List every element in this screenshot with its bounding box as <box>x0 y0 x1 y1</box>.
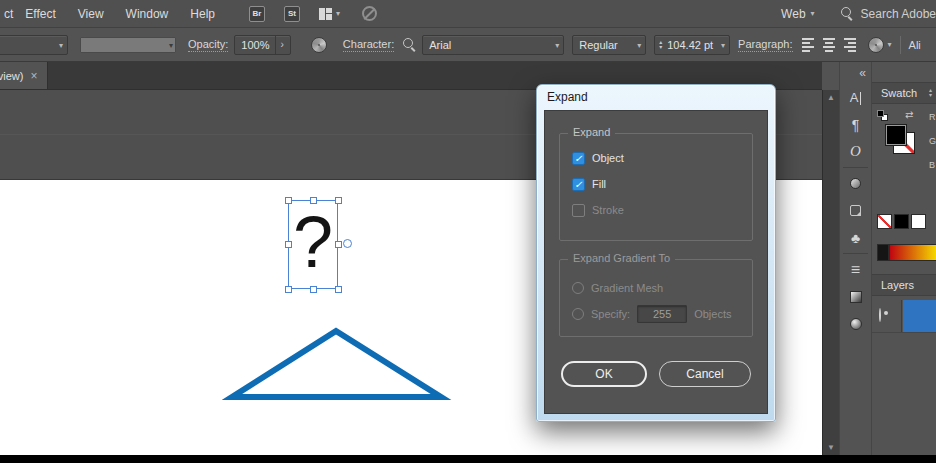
check-icon: ✓ <box>574 153 582 164</box>
panel-collapse-icon[interactable]: ▴▾ <box>929 88 932 98</box>
paragraph-panel-button[interactable]: ¶ <box>840 111 871 138</box>
ok-button[interactable]: OK <box>561 361 647 387</box>
specify-radio[interactable] <box>572 308 584 320</box>
none-swatch[interactable] <box>877 214 892 229</box>
bridge-badge[interactable]: Br <box>249 6 265 22</box>
font-style-value: Regular <box>579 39 618 51</box>
stepper-down-icon[interactable]: ▾ <box>659 45 662 50</box>
search-adobe-field[interactable]: Search Adobe <box>841 7 936 21</box>
triangle-shape[interactable] <box>232 331 441 397</box>
font-style-combo[interactable]: Regular ▾ <box>572 35 646 55</box>
fill-checkbox-label[interactable]: Fill <box>592 178 606 190</box>
vertical-scrollbar[interactable]: ▲ ▼ <box>822 90 839 455</box>
gradient-mesh-label[interactable]: Gradient Mesh <box>591 282 663 294</box>
document-tab-label: review) <box>0 70 23 82</box>
scroll-down-icon[interactable]: ▼ <box>827 443 835 452</box>
stock-badge[interactable]: St <box>284 6 300 22</box>
paragraph-align-group <box>800 37 858 53</box>
gradient-panel-icon <box>850 291 862 303</box>
variable-width-combo[interactable]: ▾ <box>0 35 68 55</box>
opacity-label[interactable]: Opacity: <box>188 38 228 52</box>
chevron-down-icon: ▾ <box>169 40 173 49</box>
rotate-handle[interactable] <box>343 239 352 248</box>
selection-handle-top-left[interactable] <box>285 197 292 204</box>
red-slider-label: R <box>929 112 936 122</box>
paragraph-label[interactable]: Paragraph: <box>738 38 792 52</box>
font-search-icon[interactable] <box>403 38 416 51</box>
arrange-documents-icon <box>319 8 332 20</box>
fill-checkbox[interactable]: ✓ <box>572 178 585 191</box>
font-size-stepper[interactable]: ▴ ▾ 104.42 pt ▾ <box>654 35 730 55</box>
menu-item-view[interactable]: View <box>78 7 104 21</box>
white-swatch[interactable] <box>911 214 926 229</box>
opacity-combo[interactable]: 100% › <box>234 35 290 55</box>
gradient-ramp[interactable] <box>889 244 936 261</box>
selection-handle-middle-left[interactable] <box>285 241 292 248</box>
menu-item-effect[interactable]: Effect <box>25 7 55 21</box>
selection-handle-bottom-left[interactable] <box>285 286 292 293</box>
swatches-panel-tab[interactable]: Swatch ▴▾ <box>872 82 936 104</box>
gradient-stop-swatch[interactable] <box>877 244 889 261</box>
collapse-panels-button[interactable]: « <box>840 62 871 84</box>
cancel-button[interactable]: Cancel <box>659 361 751 387</box>
color-wheel-icon[interactable] <box>311 37 327 53</box>
close-tab-icon[interactable]: × <box>30 69 37 83</box>
control-bar: ▾ ▾ Opacity: 100% › Character: Arial ▾ R… <box>0 28 936 62</box>
gradient-mesh-radio[interactable] <box>572 282 584 294</box>
selection-handle-bottom-right[interactable] <box>335 286 342 293</box>
stroke-checkbox-label[interactable]: Stroke <box>592 204 624 216</box>
fill-color-proxy[interactable] <box>885 124 907 146</box>
paragraph-panel-icon: ¶ <box>852 117 860 133</box>
stroke-panel-button[interactable]: ≡ <box>840 256 871 283</box>
align-center-button[interactable] <box>820 37 838 53</box>
selected-layer-row[interactable] <box>903 300 936 332</box>
recolor-artwork-button[interactable]: ▾ <box>868 37 892 53</box>
selection-handle-middle-right[interactable] <box>335 241 342 248</box>
opentype-panel-button[interactable]: O <box>840 138 871 165</box>
dock-divider <box>843 253 868 254</box>
scroll-up-icon[interactable]: ▲ <box>827 93 835 102</box>
graphic-styles-panel-button[interactable] <box>840 197 871 224</box>
arrange-documents-button[interactable]: ▾ <box>319 8 340 20</box>
selection-handle-bottom-middle[interactable] <box>310 286 317 293</box>
layer-visibility-toggle[interactable] <box>879 309 881 321</box>
character-panel-button[interactable]: A <box>840 84 871 111</box>
default-colors-icon[interactable] <box>877 110 888 121</box>
selection-handle-top-middle[interactable] <box>310 197 317 204</box>
font-family-combo[interactable]: Arial ▾ <box>422 35 564 55</box>
selection-handle-top-right[interactable] <box>335 197 342 204</box>
workspace-switcher[interactable]: Web ▾ <box>781 7 814 21</box>
character-label[interactable]: Character: <box>343 38 394 52</box>
expand-dialog: Expand Expand ✓ Object ✓ Fill <box>536 84 776 422</box>
appearance-panel-button[interactable] <box>840 170 871 197</box>
workspace-label: Web <box>781 7 805 21</box>
object-checkbox[interactable]: ✓ <box>572 152 585 165</box>
align-right-button[interactable] <box>840 37 858 53</box>
menu-item-window[interactable]: Window <box>126 7 169 21</box>
right-panel-column: Swatch ▴▾ ⇄ R G B Layers <box>871 62 936 455</box>
menu-item-help[interactable]: Help <box>190 7 215 21</box>
character-panel-icon: A <box>850 90 862 105</box>
stepper-arrows-icon[interactable]: ▴ ▾ <box>659 40 662 50</box>
align-trailing-label[interactable]: Ali <box>909 39 921 51</box>
swap-colors-icon[interactable]: ⇄ <box>905 109 913 120</box>
layers-panel-tab[interactable]: Layers <box>872 274 936 296</box>
transparency-panel-button[interactable] <box>840 310 871 337</box>
expand-group-label: Expand <box>568 126 615 138</box>
gradient-panel-button[interactable] <box>840 283 871 310</box>
dialog-title: Expand <box>547 90 588 104</box>
object-checkbox-label[interactable]: Object <box>592 152 624 164</box>
illustrator-window: ct Effect View Window Help Br St ▾ Web ▾… <box>0 0 936 463</box>
chevron-right-icon: › <box>281 39 284 50</box>
stroke-checkbox[interactable] <box>572 204 585 217</box>
document-tab[interactable]: review) × <box>0 62 48 89</box>
specify-objects-input[interactable]: 255 <box>637 305 687 323</box>
check-icon: ✓ <box>574 179 582 190</box>
font-family-value: Arial <box>429 39 451 51</box>
align-left-button[interactable] <box>800 37 818 53</box>
specify-label[interactable]: Specify: <box>591 308 630 320</box>
black-swatch[interactable] <box>894 214 909 229</box>
symbols-panel-button[interactable]: ♣ <box>840 224 871 251</box>
menu-item-truncated[interactable]: ct <box>4 7 13 21</box>
font-size-value: 104.42 pt <box>667 39 713 51</box>
